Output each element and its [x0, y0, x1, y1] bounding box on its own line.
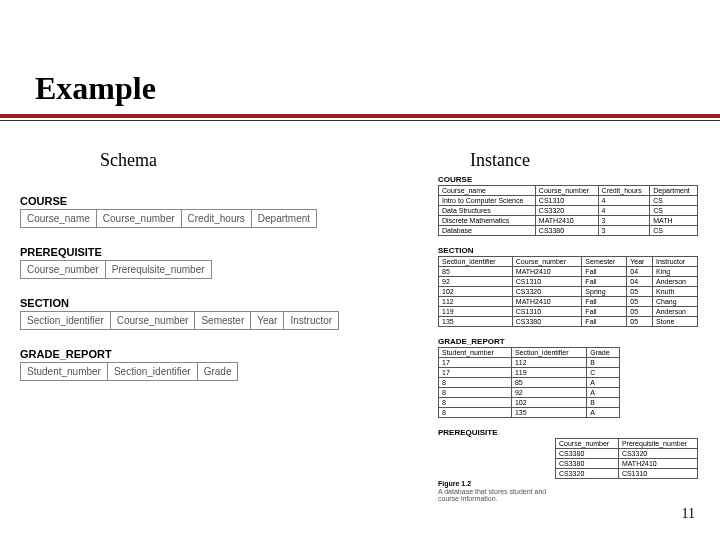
instance-table-prerequisite: Course_number Prerequisite_number CS3380… — [555, 438, 698, 479]
th: Grade — [587, 348, 620, 358]
td: Data Structures — [439, 206, 536, 216]
td: CS — [650, 196, 698, 206]
schema-col-cell: Section_identifier — [107, 362, 198, 381]
td: Discrete Mathematics — [439, 216, 536, 226]
table-row: 17119C — [439, 368, 620, 378]
schema-name: COURSE — [20, 195, 400, 207]
td: 05 — [627, 307, 653, 317]
td: 119 — [439, 307, 513, 317]
th: Course_number — [556, 439, 619, 449]
td: 102 — [511, 398, 586, 408]
table-row: DatabaseCS33803CS — [439, 226, 698, 236]
td: Spring — [582, 287, 627, 297]
td: 04 — [627, 277, 653, 287]
subhead-instance: Instance — [470, 150, 530, 171]
td: 3 — [598, 216, 650, 226]
td: 92 — [439, 277, 513, 287]
td: CS1310 — [512, 277, 582, 287]
td: CS3380 — [512, 317, 582, 327]
schema-col-cell: Course_number — [96, 209, 182, 228]
td: 112 — [511, 358, 586, 368]
td: Fall — [582, 317, 627, 327]
instance-table-section: Section_identifier Course_number Semeste… — [438, 256, 698, 327]
table-row: 92CS1310Fall04Anderson — [439, 277, 698, 287]
th: Prerequisite_number — [618, 439, 697, 449]
table-row: CS3380CS3320 — [556, 449, 698, 459]
td: Fall — [582, 307, 627, 317]
schema-col-cell: Course_number — [20, 260, 106, 279]
schema-col-cell: Credit_hours — [181, 209, 252, 228]
td: CS1310 — [535, 196, 598, 206]
td: CS3380 — [535, 226, 598, 236]
td: A — [587, 378, 620, 388]
td: CS3380 — [556, 449, 619, 459]
td: Database — [439, 226, 536, 236]
instance-name: COURSE — [438, 175, 698, 184]
table-row: CS3380MATH2410 — [556, 459, 698, 469]
schema-column: COURSE Course_name Course_number Credit_… — [20, 195, 400, 399]
th: Student_number — [439, 348, 512, 358]
td: 8 — [439, 378, 512, 388]
table-row: Discrete MathematicsMATH24103MATH — [439, 216, 698, 226]
td: CS3320 — [512, 287, 582, 297]
schema-name: SECTION — [20, 297, 400, 309]
instance-table-course: Course_name Course_number Credit_hours D… — [438, 185, 698, 236]
td: 04 — [627, 267, 653, 277]
schema-col-cell: Prerequisite_number — [105, 260, 212, 279]
td: King — [653, 267, 698, 277]
td: CS3320 — [556, 469, 619, 479]
td: Knuth — [653, 287, 698, 297]
td: CS3320 — [618, 449, 697, 459]
table-row: 112MATH2410Fall05Chang — [439, 297, 698, 307]
th: Section_identifier — [439, 257, 513, 267]
th: Course_name — [439, 186, 536, 196]
td: Fall — [582, 267, 627, 277]
td: Intro to Computer Science — [439, 196, 536, 206]
instance-name: SECTION — [438, 246, 698, 255]
td: 4 — [598, 196, 650, 206]
td: 05 — [627, 287, 653, 297]
page-number: 11 — [682, 506, 695, 522]
td: Fall — [582, 277, 627, 287]
instance-name: PREREQUISITE — [438, 428, 698, 437]
schema-col-cell: Semester — [194, 311, 251, 330]
td: A — [587, 408, 620, 418]
td: 3 — [598, 226, 650, 236]
table-header-row: Section_identifier Course_number Semeste… — [439, 257, 698, 267]
th: Instructor — [653, 257, 698, 267]
td: 8 — [439, 388, 512, 398]
instance-name: GRADE_REPORT — [438, 337, 698, 346]
td: MATH2410 — [535, 216, 598, 226]
td: 17 — [439, 368, 512, 378]
instance-table-grade-report: Student_number Section_identifier Grade … — [438, 347, 620, 418]
schema-block-course: COURSE Course_name Course_number Credit_… — [20, 195, 400, 228]
title-rule — [0, 114, 720, 118]
th: Course_number — [535, 186, 598, 196]
td: 135 — [511, 408, 586, 418]
th: Semester — [582, 257, 627, 267]
td: Anderson — [653, 307, 698, 317]
td: B — [587, 398, 620, 408]
th: Year — [627, 257, 653, 267]
instance-block-section: SECTION Section_identifier Course_number… — [438, 246, 698, 327]
table-header-row: Course_name Course_number Credit_hours D… — [439, 186, 698, 196]
slide-title: Example — [35, 70, 156, 107]
table-header-row: Student_number Section_identifier Grade — [439, 348, 620, 358]
td: MATH2410 — [512, 267, 582, 277]
td: 135 — [439, 317, 513, 327]
title-rule-shadow — [0, 120, 720, 121]
schema-row: Section_identifier Course_number Semeste… — [20, 311, 400, 330]
table-row: Intro to Computer ScienceCS13104CS — [439, 196, 698, 206]
td: CS1310 — [618, 469, 697, 479]
instance-block-grade-report: GRADE_REPORT Student_number Section_iden… — [438, 337, 698, 418]
schema-row: Course_number Prerequisite_number — [20, 260, 400, 279]
td: 8 — [439, 398, 512, 408]
td: Anderson — [653, 277, 698, 287]
td: CS — [650, 206, 698, 216]
td: 92 — [511, 388, 586, 398]
instance-block-prerequisite: PREREQUISITE Course_number Prerequisite_… — [438, 428, 698, 479]
td: CS3380 — [556, 459, 619, 469]
td: 119 — [511, 368, 586, 378]
instance-column: COURSE Course_name Course_number Credit_… — [438, 175, 698, 489]
table-row: 17112B — [439, 358, 620, 368]
